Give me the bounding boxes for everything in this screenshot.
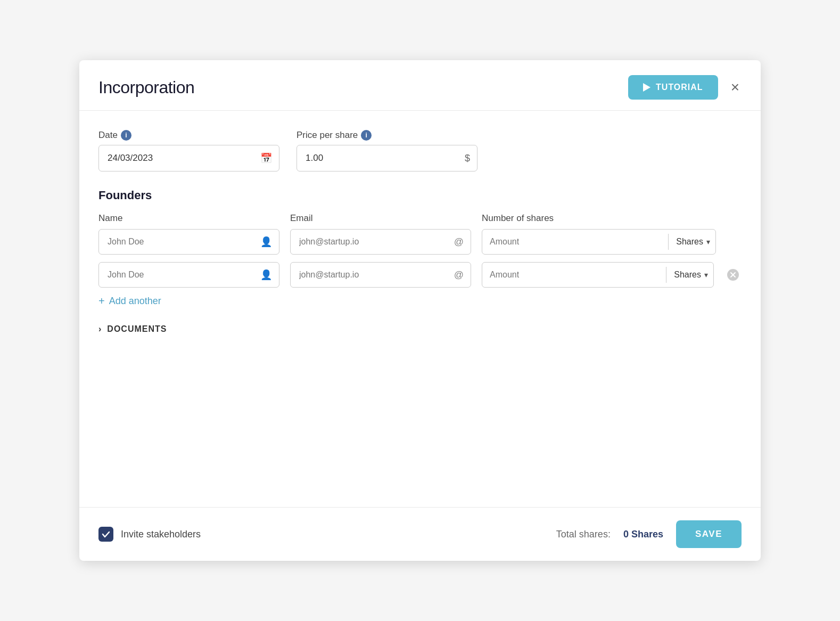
play-icon: [643, 83, 650, 92]
invite-checkbox[interactable]: [98, 527, 113, 542]
founders-header: Name Email Number of shares: [98, 213, 742, 224]
plus-icon: +: [98, 295, 105, 307]
date-group: Date i 📅: [98, 130, 279, 171]
chevron-down-icon-1: ▾: [706, 238, 710, 246]
footer-left: Invite stakeholders: [98, 527, 201, 542]
founder-row-2: 👤 @ Shares ▾: [98, 262, 742, 288]
shares-select-label-2: Shares: [674, 270, 701, 280]
price-input[interactable]: [297, 145, 477, 171]
date-label: Date i: [98, 130, 279, 141]
price-group: Price per share i $: [297, 130, 477, 171]
close-circle-icon: [727, 268, 739, 281]
date-input-wrapper: 📅: [98, 145, 279, 171]
invite-label: Invite stakeholders: [121, 529, 201, 540]
modal-header: Incorporation TUTORIAL ×: [79, 60, 761, 111]
incorporation-modal: Incorporation TUTORIAL × Date i 📅: [79, 60, 761, 561]
founder-email-input-1[interactable]: [290, 229, 471, 255]
add-another-button[interactable]: + Add another: [98, 295, 161, 307]
documents-section: › DOCUMENTS: [98, 324, 742, 334]
shares-amount-input-2[interactable]: [482, 263, 666, 287]
founder-name-input-1[interactable]: [98, 229, 279, 255]
date-input[interactable]: [98, 145, 279, 171]
total-shares-label: Total shares:: [556, 529, 611, 540]
shares-select-label-1: Shares: [676, 237, 703, 247]
shares-group-2: Shares ▾: [482, 262, 714, 288]
tutorial-label: TUTORIAL: [656, 83, 703, 92]
founder-name-input-2[interactable]: [98, 262, 279, 288]
footer-right: Total shares: 0 Shares SAVE: [556, 520, 742, 548]
email-col-label: Email: [290, 213, 471, 224]
founder-email-wrapper-2: @: [290, 262, 471, 288]
shares-group-1: Shares ▾: [482, 229, 716, 255]
price-label: Price per share i: [297, 130, 477, 141]
shares-col-label: Number of shares: [482, 213, 742, 224]
date-info-icon[interactable]: i: [121, 130, 131, 141]
founder-name-wrapper-1: 👤: [98, 229, 279, 255]
shares-select-wrapper-2[interactable]: Shares ▾: [666, 263, 713, 287]
add-another-label: Add another: [109, 296, 161, 307]
name-col-label: Name: [98, 213, 279, 224]
shares-select-wrapper-1[interactable]: Shares ▾: [669, 230, 715, 254]
documents-label: DOCUMENTS: [107, 324, 167, 334]
checkmark-icon: [102, 530, 110, 538]
modal-footer: Invite stakeholders Total shares: 0 Shar…: [79, 507, 761, 561]
founder-email-input-2[interactable]: [290, 262, 471, 288]
price-input-wrapper: $: [297, 145, 477, 171]
total-shares-value: 0 Shares: [623, 529, 663, 540]
price-info-icon[interactable]: i: [361, 130, 372, 141]
close-button[interactable]: ×: [729, 78, 742, 97]
page-title: Incorporation: [98, 78, 194, 97]
remove-founder-button-2[interactable]: [724, 266, 742, 283]
founders-title: Founders: [98, 189, 742, 202]
chevron-right-icon: ›: [98, 324, 102, 334]
founder-row: 👤 @ Shares ▾: [98, 229, 742, 255]
founders-section: Founders Name Email Number of shares 👤 @: [98, 189, 742, 307]
save-button[interactable]: SAVE: [676, 520, 742, 548]
founder-email-wrapper-1: @: [290, 229, 471, 255]
header-actions: TUTORIAL ×: [628, 75, 742, 100]
shares-amount-input-1[interactable]: [482, 230, 668, 254]
modal-body: Date i 📅 Price per share i $: [79, 111, 761, 507]
founder-name-wrapper-2: 👤: [98, 262, 279, 288]
invite-checkbox-wrapper[interactable]: Invite stakeholders: [98, 527, 201, 542]
date-price-row: Date i 📅 Price per share i $: [98, 130, 742, 171]
documents-toggle-button[interactable]: › DOCUMENTS: [98, 324, 167, 334]
chevron-down-icon-2: ▾: [704, 271, 708, 279]
tutorial-button[interactable]: TUTORIAL: [628, 75, 718, 100]
